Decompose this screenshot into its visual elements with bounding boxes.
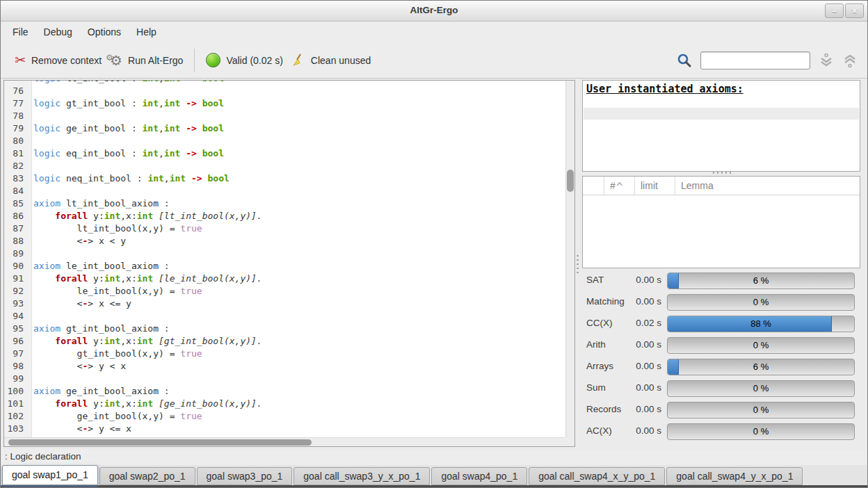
code-text: gt_int_bool(x,y) = true [28,348,202,360]
code-segment: int [104,273,120,284]
code-segment [180,123,186,133]
code-line: 92 le_int_bool(x,y) = true [4,285,565,298]
title-bar[interactable]: AltGr-Ergo – × [1,1,867,22]
code-segment: int [104,211,120,221]
code-segment [153,336,159,346]
code-text: lt_int_bool(x,y) = true [28,222,202,235]
code-segment: le_int_bool(x,y) = [33,286,180,296]
code-segment: -> [186,81,197,83]
code-text: axiom le_int_bool_axiom : [28,260,170,273]
stat-row: AC(X)0.00 s0 % [579,421,863,443]
code-segment: < [33,236,82,246]
code-text: forall y:int,x:int [gt_int_bool(x,y)]. [28,335,262,348]
bottom-edge-strip [1,485,867,488]
lemma-column-count[interactable]: # ^ [604,177,635,195]
line-number: 90 [4,260,28,273]
stat-row: CC(X)0.02 s88 % [579,314,863,335]
code-segment: int [170,173,186,184]
find-previous-icon[interactable] [842,53,858,68]
line-number: 102 [4,410,28,423]
code-viewport[interactable]: logic lt_int_bool : int,int -> bool7677l… [4,81,565,437]
code-segment [180,98,186,108]
find-next-icon[interactable] [819,53,834,68]
code-text: logic eq_int_bool : int,int -> bool [28,147,224,160]
line-number: 97 [4,348,28,360]
stat-time: 0.00 s [620,275,661,285]
code-segment [33,273,55,284]
goal-tab[interactable]: goal swap2_po_1 [99,467,195,485]
horizontal-scrollbar-thumb[interactable] [8,439,312,446]
code-segment: [lt_int_bool(x,y)]. [159,211,262,221]
horizontal-splitter-handle[interactable] [712,172,731,174]
menu-file[interactable]: File [5,24,36,40]
stat-percent: 0 % [668,338,854,353]
axioms-selected-row[interactable] [584,108,859,120]
editor-vertical-scrollbar[interactable] [565,81,574,437]
code-segment: > x <= y [88,298,131,309]
code-line: 82 [4,160,565,172]
code-segment [197,81,202,83]
code-segment: y: [88,398,104,409]
menu-debug[interactable]: Debug [36,24,80,40]
minimize-button[interactable]: – [825,3,844,18]
code-segment: int [137,273,153,284]
lemma-column-lemma[interactable]: Lemma [675,177,860,195]
code-segment [153,398,159,409]
code-segment: -> [191,173,202,184]
goal-tab-bar: goal swap1_po_1goal swap2_po_1goal swap3… [1,465,867,485]
code-line: 87 lt_int_bool(x,y) = true [4,222,565,235]
code-text [28,310,33,323]
remove-context-button[interactable]: ✂ Remove context [10,51,106,70]
search-input[interactable] [700,51,810,70]
line-number: 81 [4,147,28,160]
line-number: 80 [4,135,28,147]
line-number: 83 [4,172,28,185]
goal-tab[interactable]: goal swap3_po_1 [197,467,293,485]
goal-tab[interactable]: goal call_swap3_y_x_po_1 [294,467,430,485]
stat-label: Records [586,404,621,414]
code-text [28,110,33,122]
code-segment: gt_int_bool(x,y) = [33,348,180,359]
code-segment: [le_int_bool(x,y)]. [159,273,262,284]
stat-percent: 88 % [668,316,854,332]
goal-tab[interactable]: goal swap4_po_1 [431,467,527,485]
code-editor[interactable]: logic lt_int_bool : int,int -> bool7677l… [3,80,575,447]
code-line: 83logic neq_int_bool : int,int -> bool [4,172,565,185]
goal-tab[interactable]: goal call_swap4_y_x_po_1 [666,467,803,485]
code-lines: logic lt_int_bool : int,int -> bool7677l… [4,81,565,435]
line-number: 77 [4,97,28,110]
menu-help[interactable]: Help [129,24,164,40]
stat-row: SAT0.00 s6 % [579,270,863,292]
code-segment: int [164,81,180,83]
goal-tab[interactable]: goal call_swap4_x_y_po_1 [529,467,665,485]
code-segment: axiom [33,198,61,209]
run-alt-ergo-button[interactable]: ⚙⚙ Run Alt-Ergo [106,51,187,70]
code-segment: bool [202,123,224,133]
lemma-column-limit[interactable]: limit [635,177,675,195]
code-text: axiom ge_int_bool_axiom : [28,385,170,398]
code-segment: int [164,148,180,158]
code-segment: lt_int_bool(x,y) = [33,223,180,234]
code-line: 79logic ge_int_bool : int,int -> bool [4,122,565,135]
menu-options[interactable]: Options [80,24,129,40]
stat-percent: 0 % [668,295,854,310]
line-number: 86 [4,210,28,222]
code-text: <-> y < x [28,360,126,373]
close-button[interactable]: × [845,3,864,18]
editor-horizontal-scrollbar[interactable] [4,437,565,446]
vertical-scrollbar-thumb[interactable] [567,170,574,192]
line-number: 82 [4,160,28,172]
broom-icon [291,54,305,67]
code-segment: axiom [33,261,61,271]
code-line: 77logic gt_int_bool : int,int -> bool [4,97,565,110]
code-segment: ge_int_bool(x,y) = [33,411,180,421]
line-number: 92 [4,285,28,298]
sort-ascending-icon: ^ [616,181,622,190]
toolbar: ✂ Remove context ⚙⚙ Run Alt-Ergo Valid (… [1,42,867,79]
code-segment: int [137,211,153,221]
code-segment [180,81,186,83]
clean-unused-button[interactable]: Clean unused [287,51,375,70]
lemma-column-blank[interactable] [583,177,604,195]
goal-tab[interactable]: goal swap1_po_1 [2,465,98,485]
vertical-splitter-handle[interactable] [577,254,579,273]
